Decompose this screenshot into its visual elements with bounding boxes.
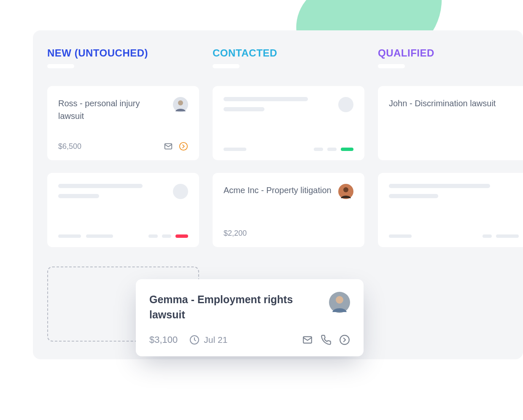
chevron-circle-right-icon[interactable] (339, 334, 350, 345)
card-amount: $6,500 (58, 142, 81, 151)
card-ross[interactable]: Ross - personal injury lawsuit $6,500 (47, 86, 199, 160)
avatar (329, 292, 350, 313)
skeleton-avatar (338, 97, 353, 112)
skeleton-pill (58, 234, 81, 238)
column-contacted-header: CONTACTED (213, 47, 364, 59)
skeleton-pill (314, 148, 323, 151)
card-date-text: Jul 21 (204, 335, 227, 345)
phone-icon[interactable] (321, 334, 332, 345)
status-pill-red (175, 234, 188, 238)
column-new: NEW (UNTOUCHED) Ross - personal injury l… (47, 47, 199, 260)
card-title: John - Discrimination lawsuit (389, 97, 496, 110)
drag-card-gemma[interactable]: Gemma - Employment rights lawsuit $3,100… (136, 279, 364, 356)
column-contacted-underbar (213, 64, 240, 68)
skeleton-pill (389, 234, 412, 238)
card-title: Gemma - Employment rights lawsuit (149, 292, 321, 323)
avatar (173, 97, 188, 112)
skeleton-line (58, 194, 99, 198)
card-title: Ross - personal injury lawsuit (58, 97, 166, 122)
card-amount: $3,100 (149, 334, 178, 345)
svg-point-10 (340, 335, 349, 345)
card-title: Acme Inc - Property litigation (224, 184, 332, 197)
skeleton-pill (162, 234, 171, 238)
card-placeholder[interactable] (213, 86, 364, 160)
column-contacted: CONTACTED (213, 47, 364, 260)
skeleton-line (224, 97, 308, 101)
skeleton-pill (327, 148, 337, 151)
column-new-underbar (47, 64, 74, 68)
column-qualified-underbar (378, 64, 405, 68)
skeleton-pill (224, 148, 246, 151)
columns-row: NEW (UNTOUCHED) Ross - personal injury l… (47, 47, 523, 260)
column-qualified: QUALIFIED John - Discrimination lawsuit (378, 47, 523, 260)
card-acme[interactable]: Acme Inc - Property litigation $2,200 (213, 173, 364, 247)
svg-point-1 (178, 100, 183, 105)
column-new-header: NEW (UNTOUCHED) (47, 47, 199, 59)
clock-icon (189, 335, 199, 345)
skeleton-line (389, 184, 490, 188)
skeleton-line (58, 184, 143, 188)
skeleton-line (389, 194, 438, 198)
mail-icon[interactable] (164, 142, 173, 151)
card-john[interactable]: John - Discrimination lawsuit (378, 86, 523, 160)
card-amount: $2,200 (224, 229, 247, 238)
avatar (338, 184, 353, 199)
card-placeholder[interactable] (47, 173, 199, 247)
svg-point-7 (336, 296, 343, 304)
mail-icon[interactable] (302, 334, 313, 345)
skeleton-pill (483, 234, 492, 238)
status-pill-green (341, 148, 353, 151)
card-date: Jul 21 (189, 335, 227, 345)
skeleton-pill (496, 234, 519, 238)
svg-point-3 (180, 143, 187, 150)
skeleton-line (224, 107, 264, 111)
chevron-circle-right-icon[interactable] (179, 142, 188, 151)
svg-point-5 (343, 187, 348, 192)
card-placeholder[interactable] (378, 173, 523, 247)
skeleton-pill (86, 234, 113, 238)
column-qualified-header: QUALIFIED (378, 47, 523, 59)
skeleton-avatar (173, 184, 188, 199)
skeleton-pill (148, 234, 158, 238)
